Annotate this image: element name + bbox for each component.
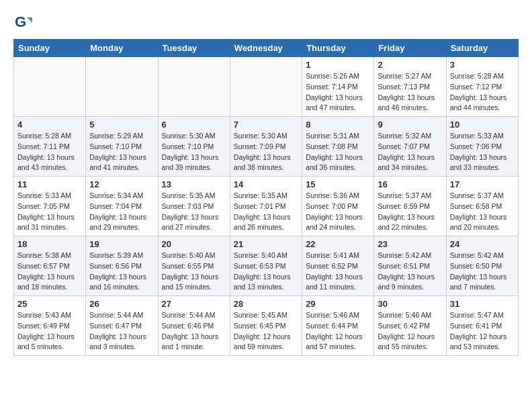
calendar-cell [230, 57, 302, 117]
day-number: 30 [378, 299, 442, 309]
day-info: Sunrise: 5:30 AMSunset: 7:09 PMDaylight:… [234, 132, 291, 171]
day-number: 4 [17, 120, 82, 130]
day-number: 19 [89, 239, 154, 249]
day-number: 12 [89, 179, 154, 189]
calendar-cell [14, 57, 86, 117]
day-info: Sunrise: 5:42 AMSunset: 6:51 PMDaylight:… [378, 251, 435, 291]
calendar-cell: 6Sunrise: 5:30 AMSunset: 7:10 PMDaylight… [158, 117, 230, 177]
calendar-cell: 30Sunrise: 5:46 AMSunset: 6:42 PMDayligh… [374, 296, 446, 356]
day-number: 31 [450, 299, 515, 309]
day-number: 11 [17, 179, 82, 189]
day-info: Sunrise: 5:37 AMSunset: 6:58 PMDaylight:… [450, 191, 507, 231]
svg-text:G: G [15, 13, 26, 30]
calendar-cell: 7Sunrise: 5:30 AMSunset: 7:09 PMDaylight… [230, 117, 302, 177]
day-number: 17 [450, 179, 515, 189]
day-info: Sunrise: 5:45 AMSunset: 6:45 PMDaylight:… [234, 311, 291, 351]
day-number: 24 [450, 239, 515, 249]
day-info: Sunrise: 5:33 AMSunset: 7:06 PMDaylight:… [450, 132, 507, 171]
calendar-week-5: 25Sunrise: 5:43 AMSunset: 6:49 PMDayligh… [14, 296, 519, 356]
day-number: 16 [378, 179, 442, 189]
calendar-cell [86, 57, 158, 117]
day-info: Sunrise: 5:40 AMSunset: 6:53 PMDaylight:… [234, 251, 291, 291]
calendar-week-4: 18Sunrise: 5:38 AMSunset: 6:57 PMDayligh… [14, 236, 519, 296]
day-number: 1 [306, 60, 370, 70]
calendar-cell: 9Sunrise: 5:32 AMSunset: 7:07 PMDaylight… [374, 117, 446, 177]
day-number: 10 [450, 120, 515, 130]
calendar-cell: 28Sunrise: 5:45 AMSunset: 6:45 PMDayligh… [230, 296, 302, 356]
logo-icon: G [13, 13, 32, 32]
calendar-cell: 1Sunrise: 5:26 AMSunset: 7:14 PMDaylight… [302, 57, 374, 117]
calendar-cell: 15Sunrise: 5:36 AMSunset: 7:00 PMDayligh… [302, 177, 374, 236]
day-info: Sunrise: 5:27 AMSunset: 7:13 PMDaylight:… [378, 72, 435, 111]
calendar-cell: 20Sunrise: 5:40 AMSunset: 6:55 PMDayligh… [158, 236, 230, 296]
day-number: 7 [234, 120, 298, 130]
day-number: 6 [162, 120, 226, 130]
header: G [13, 13, 519, 32]
day-info: Sunrise: 5:47 AMSunset: 6:41 PMDaylight:… [450, 311, 507, 351]
day-info: Sunrise: 5:35 AMSunset: 7:03 PMDaylight:… [162, 191, 219, 231]
calendar-cell: 18Sunrise: 5:38 AMSunset: 6:57 PMDayligh… [14, 236, 86, 296]
day-info: Sunrise: 5:40 AMSunset: 6:55 PMDaylight:… [162, 251, 219, 291]
logo: G [13, 13, 35, 32]
calendar-cell: 8Sunrise: 5:31 AMSunset: 7:08 PMDaylight… [302, 117, 374, 177]
day-number: 5 [89, 120, 154, 130]
day-number: 9 [378, 120, 442, 130]
day-info: Sunrise: 5:32 AMSunset: 7:07 PMDaylight:… [378, 132, 435, 171]
day-info: Sunrise: 5:43 AMSunset: 6:49 PMDaylight:… [17, 311, 75, 351]
calendar-cell: 27Sunrise: 5:44 AMSunset: 6:46 PMDayligh… [158, 296, 230, 356]
day-number: 22 [306, 239, 370, 249]
day-number: 13 [162, 179, 226, 189]
calendar-cell: 31Sunrise: 5:47 AMSunset: 6:41 PMDayligh… [446, 296, 518, 356]
day-info: Sunrise: 5:35 AMSunset: 7:01 PMDaylight:… [234, 191, 291, 231]
col-header-tuesday: Tuesday [158, 40, 230, 57]
day-number: 25 [17, 299, 82, 309]
calendar-cell: 21Sunrise: 5:40 AMSunset: 6:53 PMDayligh… [230, 236, 302, 296]
day-info: Sunrise: 5:41 AMSunset: 6:52 PMDaylight:… [306, 251, 363, 291]
day-info: Sunrise: 5:28 AMSunset: 7:12 PMDaylight:… [450, 72, 507, 111]
calendar-cell: 24Sunrise: 5:42 AMSunset: 6:50 PMDayligh… [446, 236, 518, 296]
day-number: 2 [378, 60, 442, 70]
day-info: Sunrise: 5:36 AMSunset: 7:00 PMDaylight:… [306, 191, 363, 231]
calendar-cell: 29Sunrise: 5:46 AMSunset: 6:44 PMDayligh… [302, 296, 374, 356]
day-info: Sunrise: 5:46 AMSunset: 6:44 PMDaylight:… [306, 311, 363, 351]
calendar-table: SundayMondayTuesdayWednesdayThursdayFrid… [13, 39, 519, 356]
day-info: Sunrise: 5:37 AMSunset: 6:59 PMDaylight:… [378, 191, 435, 231]
calendar-cell: 2Sunrise: 5:27 AMSunset: 7:13 PMDaylight… [374, 57, 446, 117]
calendar-cell: 25Sunrise: 5:43 AMSunset: 6:49 PMDayligh… [14, 296, 86, 356]
col-header-friday: Friday [374, 40, 446, 57]
calendar-cell: 23Sunrise: 5:42 AMSunset: 6:51 PMDayligh… [374, 236, 446, 296]
day-number: 14 [234, 179, 298, 189]
day-number: 20 [162, 239, 226, 249]
col-header-saturday: Saturday [446, 40, 518, 57]
day-number: 15 [306, 179, 370, 189]
calendar-week-2: 4Sunrise: 5:28 AMSunset: 7:11 PMDaylight… [14, 117, 519, 177]
svg-marker-1 [27, 17, 32, 23]
day-number: 23 [378, 239, 442, 249]
calendar-cell: 13Sunrise: 5:35 AMSunset: 7:03 PMDayligh… [158, 177, 230, 236]
day-number: 29 [306, 299, 370, 309]
calendar-cell [158, 57, 230, 117]
col-header-sunday: Sunday [14, 40, 86, 57]
day-info: Sunrise: 5:33 AMSunset: 7:05 PMDaylight:… [17, 191, 75, 231]
day-number: 18 [17, 239, 82, 249]
calendar-cell: 11Sunrise: 5:33 AMSunset: 7:05 PMDayligh… [14, 177, 86, 236]
day-number: 28 [234, 299, 298, 309]
calendar-cell: 26Sunrise: 5:44 AMSunset: 6:47 PMDayligh… [86, 296, 158, 356]
calendar-cell: 5Sunrise: 5:29 AMSunset: 7:10 PMDaylight… [86, 117, 158, 177]
day-number: 26 [89, 299, 154, 309]
calendar-header-row: SundayMondayTuesdayWednesdayThursdayFrid… [14, 40, 519, 57]
day-info: Sunrise: 5:29 AMSunset: 7:10 PMDaylight:… [89, 132, 146, 171]
day-number: 21 [234, 239, 298, 249]
day-number: 27 [162, 299, 226, 309]
calendar-cell: 10Sunrise: 5:33 AMSunset: 7:06 PMDayligh… [446, 117, 518, 177]
calendar-cell: 4Sunrise: 5:28 AMSunset: 7:11 PMDaylight… [14, 117, 86, 177]
calendar-week-3: 11Sunrise: 5:33 AMSunset: 7:05 PMDayligh… [14, 177, 519, 236]
col-header-wednesday: Wednesday [230, 40, 302, 57]
calendar-week-1: 1Sunrise: 5:26 AMSunset: 7:14 PMDaylight… [14, 57, 519, 117]
day-info: Sunrise: 5:26 AMSunset: 7:14 PMDaylight:… [306, 72, 363, 111]
col-header-thursday: Thursday [302, 40, 374, 57]
calendar-cell: 14Sunrise: 5:35 AMSunset: 7:01 PMDayligh… [230, 177, 302, 236]
day-info: Sunrise: 5:39 AMSunset: 6:56 PMDaylight:… [89, 251, 146, 291]
calendar-cell: 22Sunrise: 5:41 AMSunset: 6:52 PMDayligh… [302, 236, 374, 296]
day-info: Sunrise: 5:30 AMSunset: 7:10 PMDaylight:… [162, 132, 219, 171]
